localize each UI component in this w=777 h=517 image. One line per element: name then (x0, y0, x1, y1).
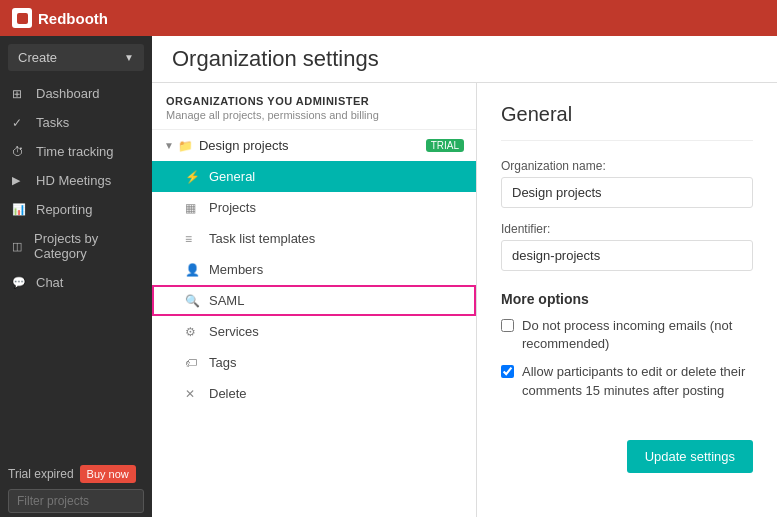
members-icon: 👤 (185, 263, 201, 277)
task-list-templates-icon: ≡ (185, 232, 201, 246)
checkbox2[interactable] (501, 365, 514, 378)
sidebar-item-reporting[interactable]: 📊 Reporting (0, 195, 152, 224)
chat-icon: 💬 (12, 276, 28, 289)
more-options-title: More options (501, 291, 753, 307)
submenu-item-saml[interactable]: 🔍 SAML (152, 285, 476, 316)
org-name-group: Organization name: (501, 159, 753, 208)
saml-icon: 🔍 (185, 294, 201, 308)
dashboard-icon: ⊞ (12, 87, 28, 101)
hd-meetings-icon: ▶ (12, 174, 28, 187)
right-panel: General Organization name: Identifier: M… (477, 83, 777, 517)
update-settings-button[interactable]: Update settings (627, 440, 753, 473)
sidebar-item-chat[interactable]: 💬 Chat (0, 268, 152, 297)
page-title: Organization settings (152, 36, 777, 83)
right-panel-title: General (501, 103, 753, 141)
expand-icon: ▼ (164, 140, 174, 151)
checkbox1-group: Do not process incoming emails (not reco… (501, 317, 753, 353)
projects-category-icon: ◫ (12, 240, 26, 253)
org-name-input[interactable] (501, 177, 753, 208)
checkbox2-label: Allow participants to edit or delete the… (522, 363, 753, 399)
buy-now-button[interactable]: Buy now (80, 465, 136, 483)
submenu-item-projects[interactable]: ▦ Projects (152, 192, 476, 223)
checkbox1[interactable] (501, 319, 514, 332)
checkbox1-label: Do not process incoming emails (not reco… (522, 317, 753, 353)
sidebar-item-tasks[interactable]: ✓ Tasks (0, 108, 152, 137)
sidebar-item-dashboard[interactable]: ⊞ Dashboard (0, 79, 152, 108)
projects-icon: ▦ (185, 201, 201, 215)
delete-icon: ✕ (185, 387, 201, 401)
submenu-item-general[interactable]: ⚡ General (152, 161, 476, 192)
org-name: Design projects (199, 138, 289, 153)
sidebar-item-projects-by-category[interactable]: ◫ Projects by Category (0, 224, 152, 268)
folder-icon: 📁 (178, 139, 193, 153)
section-subtitle: Manage all projects, permissions and bil… (166, 109, 462, 121)
tasks-icon: ✓ (12, 116, 28, 130)
left-panel: ORGANIZATIONS YOU ADMINISTER Manage all … (152, 83, 477, 517)
create-button[interactable]: Create ▼ (8, 44, 144, 71)
tags-icon: 🏷 (185, 356, 201, 370)
submenu-item-delete[interactable]: ✕ Delete (152, 378, 476, 409)
identifier-group: Identifier: (501, 222, 753, 271)
submenu-item-task-list-templates[interactable]: ≡ Task list templates (152, 223, 476, 254)
trial-expired-label: Trial expired (8, 467, 74, 481)
services-icon: ⚙ (185, 325, 201, 339)
chevron-down-icon: ▼ (124, 52, 134, 63)
more-options: More options Do not process incoming ema… (501, 291, 753, 400)
submenu: ⚡ General ▦ Projects ≡ Task list templat… (152, 161, 476, 409)
checkbox2-group: Allow participants to edit or delete the… (501, 363, 753, 399)
submenu-item-services[interactable]: ⚙ Services (152, 316, 476, 347)
org-name-label: Organization name: (501, 159, 753, 173)
sidebar-item-time-tracking[interactable]: ⏱ Time tracking (0, 137, 152, 166)
time-tracking-icon: ⏱ (12, 145, 28, 159)
trial-badge: TRIAL (426, 139, 464, 152)
reporting-icon: 📊 (12, 203, 28, 216)
filter-projects-input[interactable] (8, 489, 144, 513)
org-row[interactable]: ▼ 📁 Design projects TRIAL (152, 130, 476, 161)
identifier-input[interactable] (501, 240, 753, 271)
submenu-item-members[interactable]: 👤 Members (152, 254, 476, 285)
filter-projects-container (8, 489, 144, 513)
identifier-label: Identifier: (501, 222, 753, 236)
trial-expired-banner: Trial expired Buy now (8, 465, 144, 483)
section-title: ORGANIZATIONS YOU ADMINISTER (166, 95, 462, 107)
submenu-item-tags[interactable]: 🏷 Tags (152, 347, 476, 378)
app-logo: Redbooth (12, 8, 108, 28)
sidebar-nav: ⊞ Dashboard ✓ Tasks ⏱ Time tracking ▶ HD… (0, 79, 152, 297)
general-icon: ⚡ (185, 170, 201, 184)
sidebar: Create ▼ ⊞ Dashboard ✓ Tasks ⏱ Time trac… (0, 36, 152, 517)
sidebar-item-hd-meetings[interactable]: ▶ HD Meetings (0, 166, 152, 195)
